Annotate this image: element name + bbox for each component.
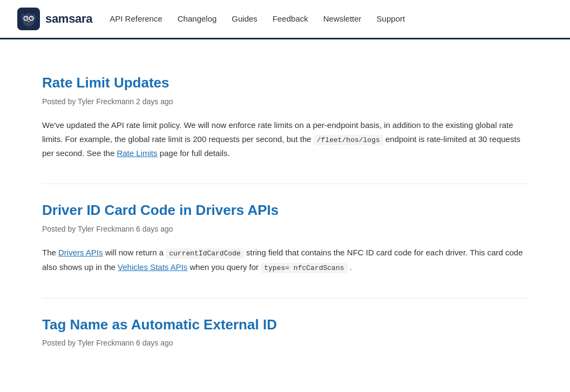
svg-point-7 — [26, 17, 27, 18]
nav-support[interactable]: Support — [377, 12, 405, 25]
post-title: Tag Name as Automatic External ID — [42, 316, 528, 334]
post-title: Rate Limit Updates — [42, 74, 528, 92]
nav-guides[interactable]: Guides — [232, 12, 257, 25]
post-title-link[interactable]: Driver ID Card Code in Drivers APIs — [42, 202, 279, 218]
vehicles-stats-apis-link[interactable]: Vehicles Stats APIs — [118, 262, 187, 272]
nav-api-reference[interactable]: API Reference — [110, 12, 162, 25]
post-meta: Posted by Tyler Freckmann 6 days ago — [42, 337, 528, 349]
post-meta: Posted by Tyler Freckmann 6 days ago — [42, 223, 528, 235]
post-tag-name-external-id: Tag Name as Automatic External ID Posted… — [42, 299, 528, 377]
nav-feedback[interactable]: Feedback — [273, 12, 308, 25]
post-title-link[interactable]: Rate Limit Updates — [42, 75, 169, 91]
svg-point-6 — [30, 17, 33, 20]
post-title-link[interactable]: Tag Name as Automatic External ID — [42, 316, 277, 333]
post-meta: Posted by Tyler Freckmann 2 days ago — [42, 96, 528, 107]
svg-point-5 — [24, 17, 28, 20]
post-rate-limit-updates: Rate Limit Updates Posted by Tyler Freck… — [42, 57, 528, 184]
post-body: We've updated the API rate limit policy.… — [42, 118, 528, 160]
logo-icon — [17, 8, 40, 30]
site-header: samsara API Reference Changelog Guides F… — [0, 0, 570, 39]
drivers-apis-link[interactable]: Drivers APIs — [58, 248, 103, 257]
post-title: Driver ID Card Code in Drivers APIs — [42, 201, 528, 220]
post-driver-id-card: Driver ID Card Code in Drivers APIs Post… — [42, 184, 528, 298]
logo-link[interactable]: samsara — [17, 8, 92, 30]
main-content: Rate Limit Updates Posted by Tyler Freck… — [21, 39, 549, 392]
rate-limits-link[interactable]: Rate Limits — [117, 148, 157, 158]
code-current-id-card-code: currentIdCardCode — [166, 248, 244, 259]
nav-changelog[interactable]: Changelog — [178, 12, 217, 25]
nav-newsletter[interactable]: Newsletter — [323, 12, 362, 25]
code-types-nfc: types= nfcCardScans — [261, 263, 347, 273]
post-body: The Drivers APIs will now return a curre… — [42, 246, 528, 274]
code-fleet-hos-logs: /fleet/hos/logs — [314, 135, 383, 145]
logo-text: samsara — [45, 9, 92, 28]
main-nav: API Reference Changelog Guides Feedback … — [110, 12, 405, 25]
svg-point-8 — [31, 17, 32, 18]
